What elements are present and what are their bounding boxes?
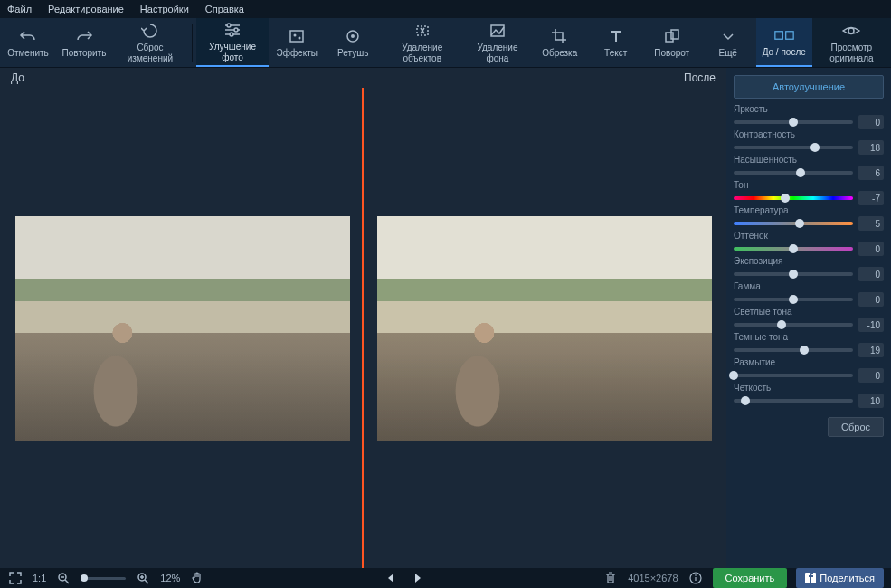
after-label: После [684,71,716,84]
slider-track[interactable] [734,374,853,377]
redo-label: Повторить [62,48,107,59]
effects-button[interactable]: Эффекты [269,18,325,67]
zoom-out-button[interactable] [55,570,71,586]
compare-divider[interactable] [362,88,364,568]
remove-bg-button[interactable]: Удаление фона [463,18,532,67]
redo-icon [74,26,94,46]
zoom-slider[interactable] [81,577,126,580]
next-button[interactable] [410,570,426,586]
text-label: Текст [604,48,627,59]
svg-point-17 [848,28,854,33]
more-label: Ещё [718,48,736,59]
image-after[interactable] [377,216,712,441]
svg-point-10 [351,34,355,38]
slider-value[interactable]: 0 [858,242,884,256]
rotate-label: Поворот [654,48,689,59]
undo-button[interactable]: Отменить [0,18,56,67]
svg-point-8 [299,37,301,40]
slider-тон: Тон-7 [734,180,884,205]
slider-label: Размытие [734,357,884,367]
text-icon [606,26,626,46]
svg-rect-15 [775,32,782,39]
slider-track[interactable] [734,171,853,175]
auto-enhance-button[interactable]: Автоулучшение [734,75,884,99]
save-button[interactable]: Сохранить [713,568,788,588]
image-before[interactable] [15,216,350,441]
effects-label: Эффекты [276,48,317,59]
text-button[interactable]: Текст [588,18,644,67]
redo-button[interactable]: Повторить [56,18,112,67]
fullscreen-button[interactable] [7,570,24,586]
enhance-label: Улучшение фото [202,42,263,63]
slider-value[interactable]: 18 [858,140,884,155]
before-after-button[interactable]: До / после [756,18,812,67]
svg-rect-16 [785,32,792,39]
footer: 1:1 12% 4015×2678 Сохранить Поделиться [0,568,891,588]
share-button[interactable]: Поделиться [796,568,884,588]
fit-button[interactable]: 1:1 [33,573,46,583]
slider-value[interactable]: 0 [858,368,884,383]
slider-светлые тона: Светлые тона-10 [734,307,884,332]
slider-value[interactable]: 6 [858,166,884,180]
menubar: Файл Редактирование Настройки Справка [0,0,891,18]
zoom-value: 12% [160,573,180,583]
slider-value[interactable]: 0 [858,292,884,307]
menu-edit[interactable]: Редактирование [48,4,124,14]
pan-button[interactable] [189,570,205,586]
zoom-in-button[interactable] [135,570,151,586]
slider-track[interactable] [734,348,853,352]
reset-changes-button[interactable]: Сброс изменений [112,18,188,67]
remove-bg-icon [488,21,507,41]
sliders-icon [223,20,242,40]
slider-яркость: Яркость0 [734,104,884,129]
slider-value[interactable]: 0 [858,115,884,129]
slider-четкость: Четкость10 [734,383,884,408]
slider-value[interactable]: -7 [858,191,884,205]
retouch-icon [343,26,363,46]
svg-point-4 [234,28,238,32]
retouch-button[interactable]: Ретушь [325,18,381,67]
view-original-button[interactable]: Просмотр оригинала [812,18,891,67]
slider-насыщенность: Насыщенность6 [734,155,884,180]
slider-label: Контрастность [734,129,884,139]
remove-objects-button[interactable]: Удаление объектов [381,18,463,67]
reset-sliders-button[interactable]: Сброс [828,417,884,437]
slider-label: Насыщенность [734,155,884,165]
reset-label: Сброс изменений [118,43,183,64]
svg-point-5 [230,33,233,36]
menu-help[interactable]: Справка [205,4,244,14]
slider-label: Темные тона [734,332,884,342]
delete-button[interactable] [602,570,619,586]
enhance-button[interactable]: Улучшение фото [196,18,269,67]
slider-value[interactable]: 5 [858,216,884,231]
menu-file[interactable]: Файл [7,4,32,14]
slider-label: Гамма [734,281,884,291]
slider-track[interactable] [734,120,853,124]
slider-track[interactable] [734,298,853,301]
svg-rect-6 [290,31,303,42]
slider-label: Температура [734,205,884,215]
undo-label: Отменить [7,48,49,59]
slider-value[interactable]: 10 [858,394,884,408]
slider-label: Тон [734,180,884,190]
rotate-button[interactable]: Поворот [644,18,700,67]
slider-track[interactable] [734,146,853,149]
prev-button[interactable] [383,570,399,586]
remove-bg-label: Удаление фона [469,43,526,64]
slider-label: Оттенок [734,231,884,241]
slider-track[interactable] [734,247,853,251]
slider-value[interactable]: 0 [858,267,884,281]
menu-settings[interactable]: Настройки [140,4,189,14]
slider-track[interactable] [734,399,853,403]
slider-размытие: Размытие0 [734,357,884,383]
slider-track[interactable] [734,272,853,276]
slider-value[interactable]: 19 [858,343,884,357]
slider-value[interactable]: -10 [858,318,884,332]
slider-track[interactable] [734,196,853,200]
info-button[interactable] [687,570,704,586]
slider-label: Яркость [734,104,884,114]
crop-button[interactable]: Обрезка [532,18,588,67]
slider-track[interactable] [734,323,853,327]
more-button[interactable]: Ещё [700,18,756,67]
slider-track[interactable] [734,222,853,225]
